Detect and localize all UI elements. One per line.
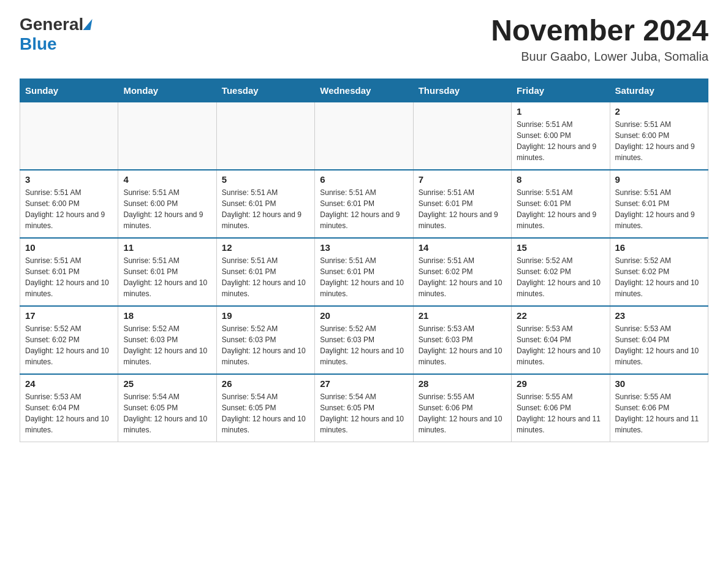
calendar-cell-w3-d5: 14Sunrise: 5:51 AMSunset: 6:02 PMDayligh… bbox=[413, 238, 511, 306]
calendar-cell-w5-d2: 25Sunrise: 5:54 AMSunset: 6:05 PMDayligh… bbox=[118, 374, 216, 442]
day-number: 10 bbox=[25, 242, 113, 253]
calendar-cell-w4-d6: 22Sunrise: 5:53 AMSunset: 6:04 PMDayligh… bbox=[512, 306, 610, 374]
day-info: Sunrise: 5:52 AMSunset: 6:03 PMDaylight:… bbox=[123, 323, 211, 367]
col-thursday: Thursday bbox=[413, 79, 511, 102]
day-number: 21 bbox=[419, 310, 506, 321]
day-number: 6 bbox=[320, 174, 408, 185]
calendar-cell-w5-d7: 30Sunrise: 5:55 AMSunset: 6:06 PMDayligh… bbox=[610, 374, 708, 442]
calendar-cell-w4-d2: 18Sunrise: 5:52 AMSunset: 6:03 PMDayligh… bbox=[118, 306, 216, 374]
day-info: Sunrise: 5:53 AMSunset: 6:04 PMDaylight:… bbox=[25, 391, 113, 435]
logo-blue-text: Blue bbox=[20, 34, 57, 54]
calendar-cell-w4-d5: 21Sunrise: 5:53 AMSunset: 6:03 PMDayligh… bbox=[413, 306, 511, 374]
month-title: November 2024 bbox=[491, 15, 708, 47]
col-friday: Friday bbox=[512, 79, 610, 102]
calendar-header-row: Sunday Monday Tuesday Wednesday Thursday… bbox=[20, 79, 708, 102]
calendar-cell-w2-d6: 8Sunrise: 5:51 AMSunset: 6:01 PMDaylight… bbox=[512, 170, 610, 238]
day-number: 9 bbox=[615, 174, 703, 185]
day-number: 17 bbox=[25, 310, 113, 321]
day-number: 27 bbox=[320, 378, 408, 389]
col-wednesday: Wednesday bbox=[315, 79, 413, 102]
day-number: 11 bbox=[123, 242, 211, 253]
day-info: Sunrise: 5:51 AMSunset: 6:02 PMDaylight:… bbox=[419, 255, 506, 299]
calendar-cell-w2-d7: 9Sunrise: 5:51 AMSunset: 6:01 PMDaylight… bbox=[610, 170, 708, 238]
calendar-cell-w4-d1: 17Sunrise: 5:52 AMSunset: 6:02 PMDayligh… bbox=[20, 306, 118, 374]
day-info: Sunrise: 5:51 AMSunset: 6:00 PMDaylight:… bbox=[123, 187, 211, 231]
day-number: 18 bbox=[123, 310, 211, 321]
calendar-cell-w1-d5 bbox=[413, 102, 511, 170]
day-number: 14 bbox=[419, 242, 506, 253]
day-info: Sunrise: 5:51 AMSunset: 6:01 PMDaylight:… bbox=[320, 255, 408, 299]
day-info: Sunrise: 5:52 AMSunset: 6:03 PMDaylight:… bbox=[222, 323, 309, 367]
day-number: 28 bbox=[419, 378, 506, 389]
day-number: 29 bbox=[517, 378, 604, 389]
calendar-cell-w5-d1: 24Sunrise: 5:53 AMSunset: 6:04 PMDayligh… bbox=[20, 374, 118, 442]
day-info: Sunrise: 5:55 AMSunset: 6:06 PMDaylight:… bbox=[615, 391, 703, 435]
calendar-week-3: 10Sunrise: 5:51 AMSunset: 6:01 PMDayligh… bbox=[20, 238, 708, 306]
day-info: Sunrise: 5:54 AMSunset: 6:05 PMDaylight:… bbox=[123, 391, 211, 435]
calendar-cell-w2-d4: 6Sunrise: 5:51 AMSunset: 6:01 PMDaylight… bbox=[315, 170, 413, 238]
calendar-cell-w1-d3 bbox=[216, 102, 314, 170]
location-title: Buur Gaabo, Lower Juba, Somalia bbox=[491, 50, 708, 64]
calendar-week-1: 1Sunrise: 5:51 AMSunset: 6:00 PMDaylight… bbox=[20, 102, 708, 170]
header: General Blue November 2024 Buur Gaabo, L… bbox=[20, 15, 708, 64]
calendar-week-4: 17Sunrise: 5:52 AMSunset: 6:02 PMDayligh… bbox=[20, 306, 708, 374]
calendar-cell-w4-d4: 20Sunrise: 5:52 AMSunset: 6:03 PMDayligh… bbox=[315, 306, 413, 374]
day-number: 26 bbox=[222, 378, 309, 389]
day-number: 8 bbox=[517, 174, 604, 185]
day-number: 2 bbox=[615, 106, 703, 117]
day-info: Sunrise: 5:51 AMSunset: 6:01 PMDaylight:… bbox=[517, 187, 604, 231]
calendar-cell-w4-d7: 23Sunrise: 5:53 AMSunset: 6:04 PMDayligh… bbox=[610, 306, 708, 374]
calendar-cell-w3-d3: 12Sunrise: 5:51 AMSunset: 6:01 PMDayligh… bbox=[216, 238, 314, 306]
col-saturday: Saturday bbox=[610, 79, 708, 102]
calendar-cell-w5-d5: 28Sunrise: 5:55 AMSunset: 6:06 PMDayligh… bbox=[413, 374, 511, 442]
day-number: 23 bbox=[615, 310, 703, 321]
calendar-week-5: 24Sunrise: 5:53 AMSunset: 6:04 PMDayligh… bbox=[20, 374, 708, 442]
day-number: 22 bbox=[517, 310, 604, 321]
calendar-cell-w5-d4: 27Sunrise: 5:54 AMSunset: 6:05 PMDayligh… bbox=[315, 374, 413, 442]
calendar-cell-w3-d1: 10Sunrise: 5:51 AMSunset: 6:01 PMDayligh… bbox=[20, 238, 118, 306]
calendar-cell-w4-d3: 19Sunrise: 5:52 AMSunset: 6:03 PMDayligh… bbox=[216, 306, 314, 374]
logo-arrow-icon bbox=[83, 19, 93, 30]
day-info: Sunrise: 5:54 AMSunset: 6:05 PMDaylight:… bbox=[320, 391, 408, 435]
day-number: 25 bbox=[123, 378, 211, 389]
calendar-cell-w5-d3: 26Sunrise: 5:54 AMSunset: 6:05 PMDayligh… bbox=[216, 374, 314, 442]
calendar-cell-w2-d2: 4Sunrise: 5:51 AMSunset: 6:00 PMDaylight… bbox=[118, 170, 216, 238]
day-number: 30 bbox=[615, 378, 703, 389]
calendar-cell-w2-d3: 5Sunrise: 5:51 AMSunset: 6:01 PMDaylight… bbox=[216, 170, 314, 238]
calendar-cell-w5-d6: 29Sunrise: 5:55 AMSunset: 6:06 PMDayligh… bbox=[512, 374, 610, 442]
calendar-cell-w3-d6: 15Sunrise: 5:52 AMSunset: 6:02 PMDayligh… bbox=[512, 238, 610, 306]
day-number: 20 bbox=[320, 310, 408, 321]
calendar-cell-w2-d1: 3Sunrise: 5:51 AMSunset: 6:00 PMDaylight… bbox=[20, 170, 118, 238]
logo: General Blue bbox=[20, 15, 91, 54]
day-info: Sunrise: 5:53 AMSunset: 6:04 PMDaylight:… bbox=[615, 323, 703, 367]
day-info: Sunrise: 5:52 AMSunset: 6:02 PMDaylight:… bbox=[25, 323, 113, 367]
calendar-cell-w1-d7: 2Sunrise: 5:51 AMSunset: 6:00 PMDaylight… bbox=[610, 102, 708, 170]
calendar-cell-w2-d5: 7Sunrise: 5:51 AMSunset: 6:01 PMDaylight… bbox=[413, 170, 511, 238]
day-number: 16 bbox=[615, 242, 703, 253]
day-number: 3 bbox=[25, 174, 113, 185]
day-info: Sunrise: 5:54 AMSunset: 6:05 PMDaylight:… bbox=[222, 391, 309, 435]
title-area: November 2024 Buur Gaabo, Lower Juba, So… bbox=[491, 15, 708, 64]
day-info: Sunrise: 5:51 AMSunset: 6:00 PMDaylight:… bbox=[517, 119, 604, 163]
day-info: Sunrise: 5:51 AMSunset: 6:01 PMDaylight:… bbox=[615, 187, 703, 231]
day-info: Sunrise: 5:51 AMSunset: 6:00 PMDaylight:… bbox=[25, 187, 113, 231]
calendar-week-2: 3Sunrise: 5:51 AMSunset: 6:00 PMDaylight… bbox=[20, 170, 708, 238]
calendar-cell-w1-d6: 1Sunrise: 5:51 AMSunset: 6:00 PMDaylight… bbox=[512, 102, 610, 170]
calendar-table: Sunday Monday Tuesday Wednesday Thursday… bbox=[20, 79, 708, 442]
day-number: 19 bbox=[222, 310, 309, 321]
calendar-cell-w1-d1 bbox=[20, 102, 118, 170]
day-info: Sunrise: 5:51 AMSunset: 6:01 PMDaylight:… bbox=[320, 187, 408, 231]
day-info: Sunrise: 5:51 AMSunset: 6:01 PMDaylight:… bbox=[222, 187, 309, 231]
calendar-cell-w3-d4: 13Sunrise: 5:51 AMSunset: 6:01 PMDayligh… bbox=[315, 238, 413, 306]
day-info: Sunrise: 5:51 AMSunset: 6:01 PMDaylight:… bbox=[123, 255, 211, 299]
calendar-cell-w3-d2: 11Sunrise: 5:51 AMSunset: 6:01 PMDayligh… bbox=[118, 238, 216, 306]
day-number: 5 bbox=[222, 174, 309, 185]
day-number: 24 bbox=[25, 378, 113, 389]
day-info: Sunrise: 5:52 AMSunset: 6:02 PMDaylight:… bbox=[615, 255, 703, 299]
day-info: Sunrise: 5:55 AMSunset: 6:06 PMDaylight:… bbox=[517, 391, 604, 435]
col-sunday: Sunday bbox=[20, 79, 118, 102]
day-info: Sunrise: 5:52 AMSunset: 6:02 PMDaylight:… bbox=[517, 255, 604, 299]
day-number: 13 bbox=[320, 242, 408, 253]
day-info: Sunrise: 5:53 AMSunset: 6:03 PMDaylight:… bbox=[419, 323, 506, 367]
day-info: Sunrise: 5:51 AMSunset: 6:00 PMDaylight:… bbox=[615, 119, 703, 163]
